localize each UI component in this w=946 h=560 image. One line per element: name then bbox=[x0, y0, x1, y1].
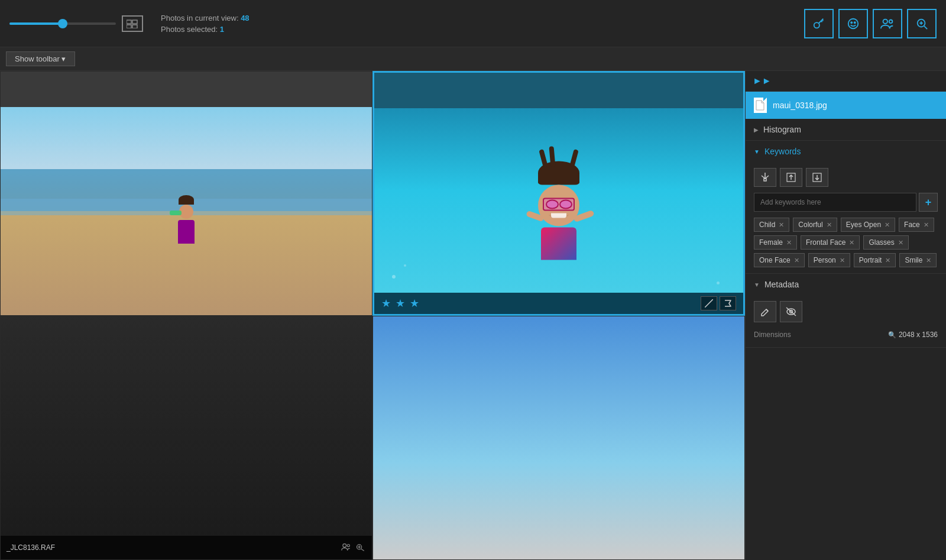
svg-rect-1 bbox=[132, 20, 137, 24]
zoom-overlay-icon[interactable] bbox=[355, 542, 366, 553]
svg-point-9 bbox=[851, 22, 852, 23]
meta-hide-btn[interactable] bbox=[780, 301, 802, 322]
people-icon-btn[interactable] bbox=[873, 9, 902, 38]
filename-label: maui_0318.jpg bbox=[773, 101, 827, 110]
photo-cell-bottom-right[interactable] bbox=[372, 316, 745, 561]
tag-label: Child bbox=[759, 221, 775, 229]
dimensions-search-icon: 🔍 bbox=[888, 331, 896, 339]
tag-remove-btn[interactable]: ✕ bbox=[786, 239, 792, 246]
main-area: ★ ★ ★ bbox=[0, 71, 946, 560]
svg-point-19 bbox=[347, 544, 349, 546]
svg-line-14 bbox=[924, 26, 927, 29]
histogram-arrow: ▶ bbox=[754, 127, 759, 133]
keyword-tag: Person✕ bbox=[808, 253, 850, 267]
tag-remove-btn[interactable]: ✕ bbox=[849, 239, 854, 246]
histogram-section: ▶ Histogram bbox=[746, 119, 946, 141]
thumbnail-size-icon bbox=[122, 15, 143, 32]
svg-point-18 bbox=[343, 543, 346, 547]
metadata-header[interactable]: ▼ Metadata bbox=[746, 274, 946, 295]
tag-remove-btn[interactable]: ✕ bbox=[885, 222, 890, 228]
metadata-section: ▼ Metadata Dimensions 🔍 2048 x 1536 bbox=[746, 274, 946, 348]
add-keywords-input[interactable] bbox=[754, 193, 916, 212]
svg-point-11 bbox=[883, 19, 887, 23]
keyword-tag: Eyes Open✕ bbox=[841, 218, 895, 232]
zoom-slider[interactable] bbox=[9, 22, 116, 25]
tag-label: Portrait bbox=[859, 256, 882, 264]
star-2[interactable]: ★ bbox=[396, 297, 405, 310]
metadata-label: Metadata bbox=[764, 280, 799, 289]
face-icon-btn[interactable] bbox=[838, 9, 868, 38]
add-keywords-row: + bbox=[754, 193, 938, 212]
tag-remove-btn[interactable]: ✕ bbox=[885, 257, 890, 264]
key-icon-btn[interactable] bbox=[804, 9, 834, 38]
file-header: maui_0318.jpg bbox=[746, 92, 946, 119]
photo-cell-top-left[interactable] bbox=[0, 71, 372, 316]
flag-btn[interactable] bbox=[720, 296, 736, 310]
keyword-tag: Child✕ bbox=[754, 218, 789, 232]
tag-remove-btn[interactable]: ✕ bbox=[840, 257, 845, 264]
tag-remove-btn[interactable]: ✕ bbox=[924, 222, 929, 228]
star-1[interactable]: ★ bbox=[381, 297, 391, 310]
keyword-tag: Smile✕ bbox=[899, 253, 937, 267]
top-icons bbox=[804, 9, 937, 38]
photos-selected-count: 1 bbox=[220, 25, 224, 34]
tag-label: Eyes Open bbox=[846, 221, 881, 229]
edit-rating-btn[interactable] bbox=[701, 296, 717, 310]
tag-remove-btn[interactable]: ✕ bbox=[926, 257, 931, 264]
histogram-header[interactable]: ▶ Histogram bbox=[746, 119, 946, 140]
photos-info: Photos in current view: 48 Photos select… bbox=[161, 14, 250, 34]
tag-label: Frontal Face bbox=[806, 238, 845, 247]
svg-rect-3 bbox=[132, 25, 137, 28]
tag-label: Glasses bbox=[869, 238, 894, 247]
panel-fast-forward[interactable]: ►► bbox=[746, 71, 946, 92]
dimensions-value: 🔍 2048 x 1536 bbox=[888, 331, 938, 339]
keywords-header[interactable]: ▼ Keywords bbox=[746, 141, 946, 162]
tag-label: Colorful bbox=[798, 221, 822, 229]
add-keyword-plus-btn[interactable]: + bbox=[919, 193, 938, 212]
metadata-arrow: ▼ bbox=[754, 281, 760, 288]
keyword-tag: Glasses✕ bbox=[863, 235, 908, 250]
tag-label: Female bbox=[759, 238, 783, 247]
kw-download-btn[interactable] bbox=[806, 168, 828, 187]
keyword-actions bbox=[754, 168, 938, 187]
rating-bar: ★ ★ ★ bbox=[374, 293, 743, 314]
metadata-content: Dimensions 🔍 2048 x 1536 bbox=[746, 295, 946, 347]
photo-cell-bottom-left[interactable]: _JLC8136.RAF bbox=[0, 316, 372, 561]
photo-cell-top-right-selected[interactable]: ★ ★ ★ bbox=[372, 71, 745, 316]
svg-rect-2 bbox=[127, 25, 131, 28]
keyword-tag: Frontal Face✕ bbox=[801, 235, 860, 250]
photos-in-view-label: Photos in current view: 48 bbox=[161, 14, 250, 22]
toolbar-row: Show toolbar ▾ bbox=[0, 47, 946, 71]
keywords-content: + Child✕Colorful✕Eyes Open✕Face✕Female✕F… bbox=[746, 162, 946, 273]
show-toolbar-button[interactable]: Show toolbar ▾ bbox=[6, 51, 75, 66]
tag-remove-btn[interactable]: ✕ bbox=[794, 257, 799, 264]
photos-selected-label: Photos selected: 1 bbox=[161, 25, 250, 34]
kw-hierarchy-btn[interactable] bbox=[754, 168, 776, 187]
tag-label: Face bbox=[904, 221, 920, 229]
keyword-tag: Colorful✕ bbox=[793, 218, 837, 232]
svg-line-32 bbox=[766, 309, 768, 311]
star-3[interactable]: ★ bbox=[410, 297, 419, 310]
keywords-arrow: ▼ bbox=[754, 148, 760, 155]
svg-point-4 bbox=[814, 22, 819, 28]
photo-grid: ★ ★ ★ bbox=[0, 71, 745, 560]
svg-point-12 bbox=[889, 20, 893, 23]
people-overlay-icon[interactable] bbox=[341, 542, 352, 553]
tag-remove-btn[interactable]: ✕ bbox=[779, 222, 784, 228]
tag-remove-btn[interactable]: ✕ bbox=[827, 222, 832, 228]
dimensions-label: Dimensions bbox=[754, 331, 791, 339]
file-icon bbox=[754, 98, 767, 113]
tag-remove-btn[interactable]: ✕ bbox=[898, 239, 903, 246]
keyword-tags: Child✕Colorful✕Eyes Open✕Face✕Female✕Fro… bbox=[754, 218, 938, 267]
kw-upload-btn[interactable] bbox=[780, 168, 802, 187]
svg-rect-0 bbox=[127, 20, 131, 24]
search-icon-btn[interactable] bbox=[907, 9, 937, 38]
meta-edit-btn[interactable] bbox=[754, 301, 776, 322]
bottom-left-filename: _JLC8136.RAF bbox=[7, 543, 55, 552]
histogram-label: Histogram bbox=[763, 125, 801, 134]
keyword-tag: Face✕ bbox=[899, 218, 934, 232]
metadata-actions bbox=[754, 301, 938, 322]
svg-line-21 bbox=[361, 549, 364, 551]
dimensions-row: Dimensions 🔍 2048 x 1536 bbox=[754, 328, 938, 341]
rating-icons bbox=[701, 296, 736, 310]
